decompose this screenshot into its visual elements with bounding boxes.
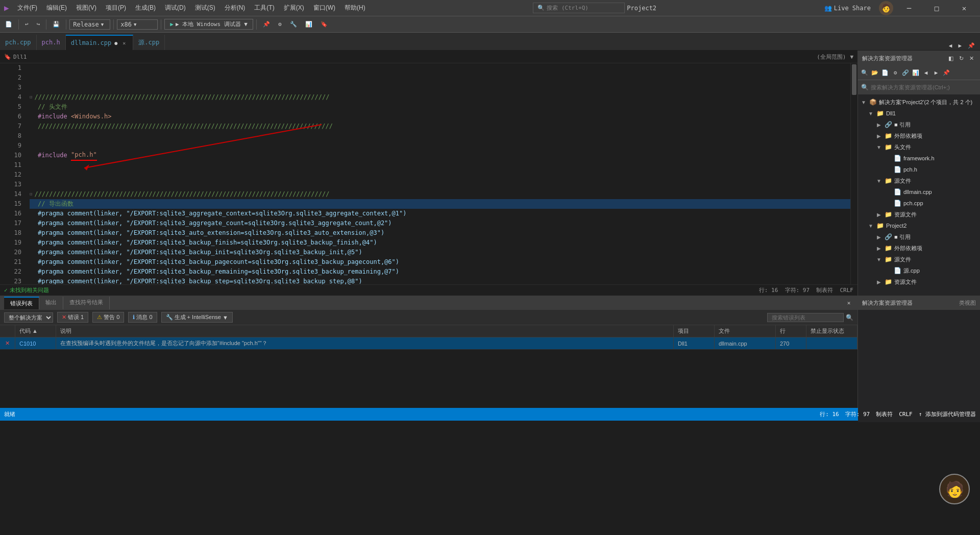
se-toolbar-btn4[interactable]: ⚙ [891, 68, 900, 78]
run-button[interactable]: ▶ ▶ 本地 Windows 调试器 ▼ [164, 19, 253, 30]
bottom-panel-close[interactable]: ✕ [844, 298, 853, 307]
col-header-code[interactable]: 代码 ▲ [15, 325, 56, 337]
close-button[interactable]: ✕ [952, 0, 976, 16]
menu-debug[interactable]: 调试(D) [161, 2, 190, 14]
global-search-box[interactable]: 🔍 搜索 (Ctrl+Q) [533, 3, 625, 13]
toolbar-btn-ext1[interactable]: 📌 [260, 20, 273, 29]
dll1-headers[interactable]: ▼ 📁 头文件 [858, 141, 980, 153]
col-header-desc[interactable]: 说明 [56, 325, 674, 337]
toolbar-new[interactable]: 📄 [2, 20, 15, 29]
tab-dllmain[interactable]: dllmain.cpp ● ✕ [66, 35, 134, 50]
col-header-file[interactable]: 文件 [715, 325, 776, 337]
toolbar-redo[interactable]: ↪ [34, 20, 43, 29]
collapse-all-btn[interactable]: ◧ [946, 54, 955, 63]
tab-dllmain-close[interactable]: ✕ [120, 39, 128, 46]
scope-dropdown[interactable]: 整个解决方案 [4, 312, 53, 323]
error-toolbar: 整个解决方案 ✕ 错误 1 ⚠ 警告 0 ℹ 消息 0 🔧 生成 + Intel… [0, 310, 857, 325]
tab-source-cpp[interactable]: 源.cpp [133, 35, 165, 50]
se-toolbar-btn7[interactable]: ◀ [921, 68, 930, 78]
code-content[interactable]: ⊟ //////////////////////////////////////… [26, 63, 850, 284]
error-row-1[interactable]: ✕ C1010 在查找预编译头时遇到意外的文件结尾，是否忘记了向源中添加"#in… [0, 337, 857, 350]
col-header-line[interactable]: 行 [776, 325, 806, 337]
col-header-project[interactable]: 项目 [674, 325, 715, 337]
proj2-references[interactable]: ▶ 🔗 ■ 引用 [858, 231, 980, 242]
pin-btn[interactable]: 📌 [942, 68, 951, 78]
error-search-input[interactable] [767, 313, 844, 322]
info-btn[interactable]: ℹ 消息 0 [128, 312, 157, 323]
menu-build[interactable]: 生成(B) [131, 2, 160, 14]
file-source-cpp[interactable]: 📄 源.cpp [858, 265, 980, 276]
editor-tab-bar: pch.cpp pch.h dllmain.cpp ● ✕ 源.cpp ◀ ▶ … [0, 33, 980, 51]
close-panel-btn[interactable]: ✕ [967, 54, 976, 63]
se-toolbar-btn2[interactable]: 📂 [870, 68, 879, 78]
toolbar-btn-ext3[interactable]: 🔧 [287, 20, 300, 29]
menu-test[interactable]: 测试(S) [191, 2, 219, 14]
project-project2[interactable]: ▼ 📁 Project2 [858, 220, 980, 231]
col-header-status[interactable]: 禁止显示状态 [806, 325, 857, 337]
menu-file[interactable]: 文件(F) [13, 2, 41, 14]
menu-edit[interactable]: 编辑(E) [42, 2, 71, 14]
tab-find-symbols[interactable]: 查找符号结果 [63, 297, 110, 309]
code-editor[interactable]: 1234 5678 9101112 13141516 17181920 2122… [0, 63, 857, 284]
toolbar-save[interactable]: 💾 [50, 20, 63, 29]
tab-output[interactable]: 输出 [39, 297, 63, 309]
menu-ext[interactable]: 扩展(X) [280, 2, 308, 14]
se-toolbar-btn3[interactable]: 📄 [880, 68, 890, 78]
se-toolbar-btn8[interactable]: ▶ [932, 68, 941, 78]
solution-root[interactable]: ▼ 📦 解决方案'Project2'(2 个项目，共 2 个) [858, 96, 980, 108]
scrollbar-thumb[interactable] [852, 64, 856, 95]
refresh-btn[interactable]: ↻ [957, 54, 966, 63]
error-btn[interactable]: ✕ 错误 1 [57, 312, 88, 323]
build-intellisense-btn[interactable]: 🔧 生成 + IntelliSense ▼ [161, 312, 233, 323]
warning-btn[interactable]: ⚠ 警告 0 [92, 312, 124, 323]
config-dropdown[interactable]: Release ▼ [69, 19, 110, 30]
proj2-resources[interactable]: ▶ 📁 资源文件 [858, 276, 980, 287]
toolbar-btn-ext5[interactable]: 🔖 [317, 20, 331, 29]
tab-scroll-right[interactable]: ▶ [955, 41, 965, 50]
file-pch-cpp[interactable]: 📄 pch.cpp [858, 198, 980, 209]
menu-help[interactable]: 帮助(H) [340, 2, 370, 14]
dll1-extdeps[interactable]: ▶ 📁 外部依赖项 [858, 130, 980, 141]
tab-pch-cpp[interactable]: pch.cpp [0, 35, 37, 50]
toolbar-undo[interactable]: ↩ [22, 20, 32, 29]
menu-tools[interactable]: 工具(T) [250, 2, 278, 14]
add-to-source-btn[interactable]: ↑ 添加到源代码管理器 [919, 410, 976, 418]
tab-error-list[interactable]: 错误列表 [4, 297, 39, 309]
live-share-button[interactable]: 👥 Live Share [820, 4, 875, 13]
editor-scrollbar[interactable] [850, 63, 857, 284]
dll1-references[interactable]: ▶ 🔗 ■ 引用 [858, 119, 980, 130]
fold-icon-4[interactable]: ⊟ [30, 92, 32, 102]
dll1-chevron: ▼ [867, 111, 874, 116]
menu-analyze[interactable]: 分析(N) [220, 2, 250, 14]
user-avatar[interactable]: 🧑 [879, 1, 893, 15]
file-framework-h[interactable]: 📄 framework.h [858, 153, 980, 164]
platform-dropdown[interactable]: x86 ▼ [117, 19, 158, 30]
line-4-text: ////////////////////////////////////////… [34, 92, 329, 102]
dll1-resources[interactable]: ▶ 📁 资源文件 [858, 209, 980, 220]
project-dll1[interactable]: ▼ 📁 Dll1 [858, 108, 980, 119]
line-7-text: ////////////////////////////////////////… [38, 121, 333, 131]
proj2-extdep-label: 外部依赖项 [894, 245, 922, 252]
tab-pch-h[interactable]: pch.h [37, 35, 66, 50]
file-dllmain-cpp[interactable]: 📄 dllmain.cpp [858, 186, 980, 198]
menu-project[interactable]: 项目(P) [102, 2, 130, 14]
error-table: 代码 ▲ 说明 项目 文件 行 禁止显示状态 ✕ C1010 在查找预编译头时遇… [0, 325, 857, 408]
file-pch-h[interactable]: 📄 pch.h [858, 164, 980, 175]
fold-icon-14[interactable]: ⊟ [30, 189, 32, 199]
se-toolbar-btn6[interactable]: 📊 [911, 68, 920, 78]
proj2-extdeps[interactable]: ▶ 📁 外部依赖项 [858, 242, 980, 254]
se-toolbar-btn1[interactable]: 🔍 [860, 68, 869, 78]
dll1-sources[interactable]: ▼ 📁 源文件 [858, 175, 980, 186]
proj2-sources[interactable]: ▼ 📁 源文件 [858, 254, 980, 265]
se-toolbar-btn5[interactable]: 🔗 [901, 68, 910, 78]
maximize-button[interactable]: □ [925, 0, 948, 16]
tab-scroll-left[interactable]: ◀ [946, 41, 955, 50]
tab-pin[interactable]: 📌 [965, 41, 978, 50]
menu-view[interactable]: 视图(V) [72, 2, 101, 14]
toolbar-btn-ext4[interactable]: 📊 [302, 20, 315, 29]
toolbar-btn-ext2[interactable]: ⚙ [275, 20, 285, 29]
solution-root-icon: 📦 [869, 99, 877, 106]
menu-window[interactable]: 窗口(W) [309, 2, 339, 14]
minimize-button[interactable]: ─ [897, 0, 921, 16]
se-search-input[interactable] [871, 84, 977, 90]
